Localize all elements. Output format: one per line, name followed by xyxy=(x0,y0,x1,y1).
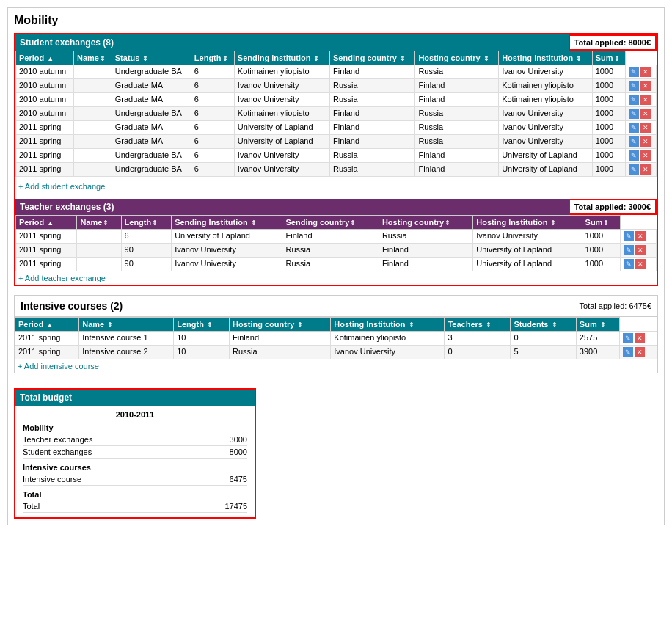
edit-icon[interactable]: ✎ xyxy=(624,231,634,241)
i-length-sort-icon[interactable]: ⇕ xyxy=(207,321,213,329)
delete-icon[interactable]: ✕ xyxy=(635,259,646,269)
add-teacher-exchange-link[interactable]: + Add teacher exchange xyxy=(18,274,106,282)
i-sum-sort-icon[interactable]: ⇕ xyxy=(600,321,606,329)
delete-icon[interactable]: ✕ xyxy=(635,347,645,357)
t-col-sending-country: Sending country⇕ xyxy=(282,216,379,230)
delete-icon[interactable]: ✕ xyxy=(635,245,646,255)
edit-icon[interactable]: ✎ xyxy=(623,333,633,343)
cell-hosting-country: Russia xyxy=(415,107,499,121)
intensive-total-applied: Total applied: 6475€ xyxy=(580,302,651,310)
i-hc-sort-icon[interactable]: ⇕ xyxy=(297,321,303,329)
t-si-sort-icon[interactable]: ⇕ xyxy=(251,219,257,227)
sum-sort-icon[interactable]: ⇕ xyxy=(614,55,620,62)
cell-period: 2010 autumn xyxy=(16,65,74,79)
cell-sending-institution: Ivanov University xyxy=(234,149,329,163)
i-teachers-sort-icon[interactable]: ⇕ xyxy=(486,321,492,329)
cell-name xyxy=(74,65,112,79)
cell-sum: 1000 xyxy=(582,258,620,271)
cell-period: 2011 spring xyxy=(16,258,77,271)
delete-icon[interactable]: ✕ xyxy=(640,109,651,119)
delete-icon[interactable]: ✕ xyxy=(640,67,651,77)
cell-period: 2010 autumn xyxy=(16,79,74,93)
budget-intensive-course-value: 6475 xyxy=(189,475,247,483)
cell-period: 2011 spring xyxy=(16,121,74,135)
teacher-exchanges-section: Total applied: 3000€ Teacher exchanges (… xyxy=(15,199,657,285)
i-period-sort-icon[interactable]: ▲ xyxy=(46,321,53,329)
i-hi-sort-icon[interactable]: ⇕ xyxy=(409,321,414,329)
budget-total-value: 17475 xyxy=(189,502,247,511)
hi-sort-icon[interactable]: ⇕ xyxy=(576,55,582,62)
cell-name: Intensive course 1 xyxy=(79,332,174,346)
cell-actions: ✎ ✕ xyxy=(625,135,656,149)
col-status: Status ⇕ xyxy=(112,51,191,65)
col-period: Period ▲ xyxy=(16,51,74,65)
t-sum-sort-icon[interactable]: ⇕ xyxy=(603,219,609,227)
delete-icon[interactable]: ✕ xyxy=(640,150,651,161)
delete-icon[interactable]: ✕ xyxy=(640,164,651,175)
budget-teacher-label: Teacher exchanges xyxy=(23,435,189,444)
intensive-header-row: Intensive courses (2) Total applied: 647… xyxy=(15,296,657,317)
budget-total-row: Total 17475 xyxy=(23,500,247,513)
edit-icon[interactable]: ✎ xyxy=(629,67,639,77)
status-sort-icon[interactable]: ⇕ xyxy=(142,55,148,62)
edit-icon[interactable]: ✎ xyxy=(623,347,633,357)
teacher-exchanges-header-row: Total applied: 3000€ Teacher exchanges (… xyxy=(15,199,657,215)
cell-sum: 1000 xyxy=(592,121,625,135)
edit-icon[interactable]: ✎ xyxy=(629,109,639,119)
hc-sort-icon[interactable]: ⇕ xyxy=(483,55,489,62)
edit-icon[interactable]: ✎ xyxy=(629,164,639,175)
cell-hosting-institution: University of Lapland xyxy=(499,149,593,163)
i-col-students: Students ⇕ xyxy=(511,318,576,332)
period-sort-icon[interactable]: ▲ xyxy=(47,55,54,62)
cell-sending-institution: Ivanov University xyxy=(234,163,329,177)
cell-hosting-country: Russia xyxy=(415,65,499,79)
budget-header: Total budget xyxy=(15,390,255,406)
edit-icon[interactable]: ✎ xyxy=(629,123,639,133)
add-student-exchange-link[interactable]: + Add student exchange xyxy=(18,182,105,191)
t-period-sort-icon[interactable]: ▲ xyxy=(47,219,54,227)
cell-name xyxy=(74,149,112,163)
i-name-sort-icon[interactable]: ⇕ xyxy=(107,321,113,329)
si-sort-icon[interactable]: ⇕ xyxy=(313,55,319,62)
sc-sort-icon[interactable]: ⇕ xyxy=(400,55,406,62)
delete-icon[interactable]: ✕ xyxy=(635,333,645,343)
edit-icon[interactable]: ✎ xyxy=(629,81,639,91)
cell-actions: ✎ ✕ xyxy=(619,346,657,359)
i-students-sort-icon[interactable]: ⇕ xyxy=(552,321,558,329)
t-name-sort-icon[interactable]: ⇕ xyxy=(103,219,109,227)
cell-actions: ✎ ✕ xyxy=(625,93,656,107)
delete-icon[interactable]: ✕ xyxy=(640,123,651,133)
cell-period: 2011 spring xyxy=(15,346,79,359)
length-sort-icon[interactable]: ⇕ xyxy=(222,55,228,62)
edit-icon[interactable]: ✎ xyxy=(624,259,634,269)
teacher-table-header-row: Period ▲ Name⇕ Length⇕ Sending Instituti… xyxy=(16,216,657,230)
edit-icon[interactable]: ✎ xyxy=(629,136,639,147)
cell-sum: 1000 xyxy=(592,93,625,107)
t-hi-sort-icon[interactable]: ⇕ xyxy=(550,219,556,227)
t-length-sort-icon[interactable]: ⇕ xyxy=(152,219,158,227)
main-container: Mobility Total applied: 8000€ Student ex… xyxy=(7,7,665,525)
edit-icon[interactable]: ✎ xyxy=(629,150,639,161)
name-sort-icon[interactable]: ⇕ xyxy=(100,55,106,62)
budget-student-value: 8000 xyxy=(189,448,247,456)
student-exchanges-tbody: 2010 autumn Undergraduate BA 6 Kotimaine… xyxy=(16,65,657,177)
student-table-row: 2011 spring Undergraduate BA 6 Ivanov Un… xyxy=(16,163,657,177)
delete-icon[interactable]: ✕ xyxy=(635,231,646,241)
edit-icon[interactable]: ✎ xyxy=(629,95,639,105)
cell-length: 6 xyxy=(191,121,234,135)
cell-sum: 1000 xyxy=(592,107,625,121)
t-sc-sort-icon[interactable]: ⇕ xyxy=(350,219,356,227)
cell-sending-institution: Ivanov University xyxy=(234,79,329,93)
edit-icon[interactable]: ✎ xyxy=(624,245,634,255)
i-col-hosting-country: Hosting country ⇕ xyxy=(230,318,331,332)
cell-sum: 1000 xyxy=(592,135,625,149)
delete-icon[interactable]: ✕ xyxy=(640,95,651,105)
t-col-hosting-country: Hosting country⇕ xyxy=(379,216,472,230)
delete-icon[interactable]: ✕ xyxy=(640,81,651,91)
cell-hosting-institution: University of Lapland xyxy=(499,163,593,177)
add-intensive-course-link[interactable]: + Add intensive course xyxy=(18,362,99,370)
cell-actions: ✎ ✕ xyxy=(625,107,656,121)
delete-icon[interactable]: ✕ xyxy=(640,136,651,147)
t-hc-sort-icon[interactable]: ⇕ xyxy=(445,219,450,227)
cell-sending-institution: Kotimainen yliopisto xyxy=(234,65,329,79)
